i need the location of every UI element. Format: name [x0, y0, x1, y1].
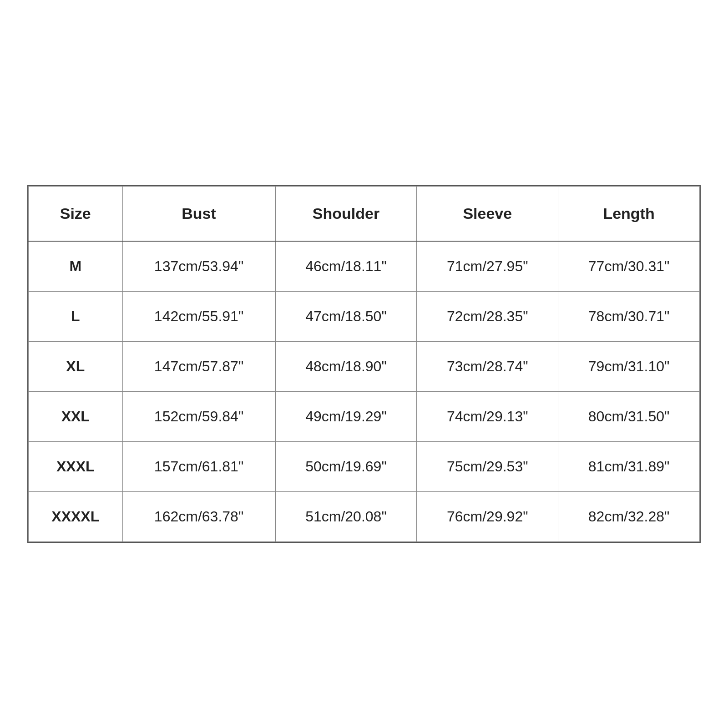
cell-sleeve: 74cm/29.13" — [417, 392, 558, 442]
cell-size: XXXXL — [29, 492, 123, 542]
size-chart-table: Size Bust Shoulder Sleeve Length M137cm/… — [28, 186, 700, 542]
cell-bust: 152cm/59.84" — [122, 392, 275, 442]
cell-length: 79cm/31.10" — [558, 342, 700, 392]
cell-length: 77cm/30.31" — [558, 241, 700, 292]
cell-sleeve: 72cm/28.35" — [417, 292, 558, 342]
table-row: XXXXL162cm/63.78"51cm/20.08"76cm/29.92"8… — [29, 492, 700, 542]
cell-size: XXL — [29, 392, 123, 442]
cell-shoulder: 50cm/19.69" — [275, 442, 417, 492]
cell-size: L — [29, 292, 123, 342]
cell-size: XL — [29, 342, 123, 392]
cell-shoulder: 49cm/19.29" — [275, 392, 417, 442]
cell-shoulder: 51cm/20.08" — [275, 492, 417, 542]
table-row: XXXL157cm/61.81"50cm/19.69"75cm/29.53"81… — [29, 442, 700, 492]
cell-length: 78cm/30.71" — [558, 292, 700, 342]
cell-size: XXXL — [29, 442, 123, 492]
header-shoulder: Shoulder — [275, 187, 417, 242]
cell-bust: 137cm/53.94" — [122, 241, 275, 292]
table-row: XL147cm/57.87"48cm/18.90"73cm/28.74"79cm… — [29, 342, 700, 392]
cell-sleeve: 76cm/29.92" — [417, 492, 558, 542]
header-sleeve: Sleeve — [417, 187, 558, 242]
cell-bust: 147cm/57.87" — [122, 342, 275, 392]
cell-shoulder: 47cm/18.50" — [275, 292, 417, 342]
cell-sleeve: 73cm/28.74" — [417, 342, 558, 392]
cell-length: 81cm/31.89" — [558, 442, 700, 492]
cell-shoulder: 46cm/18.11" — [275, 241, 417, 292]
cell-size: M — [29, 241, 123, 292]
cell-length: 82cm/32.28" — [558, 492, 700, 542]
cell-sleeve: 71cm/27.95" — [417, 241, 558, 292]
cell-bust: 162cm/63.78" — [122, 492, 275, 542]
header-length: Length — [558, 187, 700, 242]
size-chart-wrapper: Size Bust Shoulder Sleeve Length M137cm/… — [27, 185, 701, 543]
cell-bust: 157cm/61.81" — [122, 442, 275, 492]
cell-length: 80cm/31.50" — [558, 392, 700, 442]
table-row: XXL152cm/59.84"49cm/19.29"74cm/29.13"80c… — [29, 392, 700, 442]
cell-shoulder: 48cm/18.90" — [275, 342, 417, 392]
header-size: Size — [29, 187, 123, 242]
header-bust: Bust — [122, 187, 275, 242]
table-row: M137cm/53.94"46cm/18.11"71cm/27.95"77cm/… — [29, 241, 700, 292]
cell-sleeve: 75cm/29.53" — [417, 442, 558, 492]
cell-bust: 142cm/55.91" — [122, 292, 275, 342]
table-header-row: Size Bust Shoulder Sleeve Length — [29, 187, 700, 242]
table-row: L142cm/55.91"47cm/18.50"72cm/28.35"78cm/… — [29, 292, 700, 342]
